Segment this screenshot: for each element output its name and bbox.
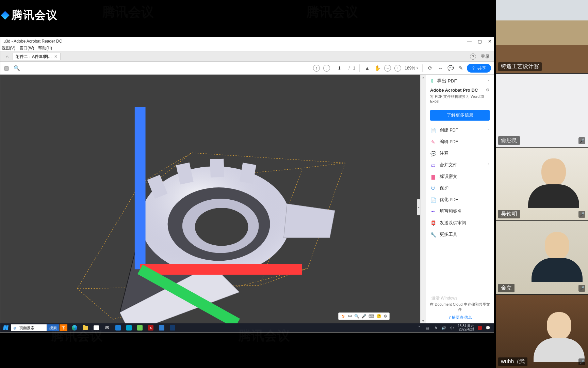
taskbar-explorer-icon[interactable]	[82, 324, 89, 332]
tool-item[interactable]: ✎编辑 PDF	[426, 136, 494, 148]
learn-more-link[interactable]: 了解更多信息	[429, 315, 490, 320]
close-tab-button[interactable]: ✕	[54, 54, 58, 59]
panel-collapse-handle[interactable]: ▸	[417, 199, 420, 215]
highlight-icon[interactable]: ✎	[457, 65, 464, 72]
zoom-out-button[interactable]: −	[384, 65, 391, 72]
promo-cta-button[interactable]: 了解更多信息	[430, 110, 490, 121]
ime-lang[interactable]: 中	[348, 313, 352, 319]
read-mode-icon[interactable]: 💬	[447, 65, 454, 72]
chevron-up-icon[interactable]: ˄	[488, 79, 490, 83]
3d-viewer-canvas[interactable]: S 中 🔍 🎤 ⌨ 🙂 ⚙	[0, 75, 420, 323]
system-tray[interactable]: ˄ ▤ ⋔ 🔊 中 13:34 周六 2022/4/23 💬	[417, 324, 492, 331]
taskbar-search-input[interactable]	[18, 326, 47, 330]
taskbar-search[interactable]: e	[11, 324, 47, 331]
taskbar-app-icon[interactable]	[136, 324, 144, 332]
home-tab-button[interactable]: ⌂	[4, 53, 11, 60]
pointer-tool-icon[interactable]: ▲	[364, 65, 371, 72]
tool-label: 发送以供审阅	[440, 220, 466, 226]
page-number-input[interactable]	[333, 66, 345, 71]
document-tab[interactable]: 附件二：A件3D图... ✕	[13, 53, 61, 60]
tray-ime-icon[interactable]: 中	[450, 325, 454, 330]
ime-search-icon[interactable]: 🔍	[354, 314, 359, 319]
ime-voice-icon[interactable]: 🎤	[361, 314, 366, 319]
taskbar-download-button[interactable]: 下	[60, 324, 67, 331]
tool-item[interactable]: ✒填写和签名	[426, 206, 494, 217]
tool-icon: 🛡	[430, 185, 436, 191]
tray-notifications-icon[interactable]: 💬	[486, 325, 490, 330]
export-pdf-label[interactable]: 导出 PDF	[437, 78, 457, 84]
document-tabstrip: ⌂ 附件二：A件3D图... ✕ ? 登录	[0, 51, 494, 62]
search-icon[interactable]: 🔍	[13, 65, 20, 72]
mic-on-icon[interactable]: 🎤	[578, 358, 585, 365]
ime-keyboard-icon[interactable]: ⌨	[369, 314, 374, 319]
taskbar-search-button[interactable]: 搜索	[47, 324, 59, 331]
participant-tile[interactable]: wubh（武 🎤	[496, 295, 588, 368]
page-up-button[interactable]: ↑	[313, 65, 320, 72]
taskbar-app-icon[interactable]	[125, 324, 133, 332]
taskbar-mail-icon[interactable]: ✉	[103, 324, 111, 332]
fit-width-icon[interactable]: ↔	[437, 65, 444, 72]
login-button[interactable]: 登录	[481, 53, 490, 60]
rotate-view-icon[interactable]: ⟳	[427, 65, 434, 72]
window-close-button[interactable]: ✕	[488, 39, 492, 44]
mic-muted-icon[interactable]: 🎤	[578, 285, 585, 292]
menubar[interactable]: 视图(V) 窗口(W) 帮助(H)	[0, 45, 494, 51]
tool-item[interactable]: 📮发送以供审阅	[426, 217, 494, 229]
mic-muted-icon[interactable]: 🎤	[578, 211, 585, 218]
share-icon: ⇪	[472, 65, 475, 71]
scroll-down-icon[interactable]: ▾	[422, 319, 424, 323]
zoom-dropdown[interactable]: 169% ▾	[405, 66, 418, 71]
participant-tile[interactable]: 金立 🎤	[496, 221, 588, 295]
taskbar-app-icon[interactable]	[114, 324, 122, 332]
hand-tool-icon[interactable]: ✋	[374, 65, 381, 72]
ime-toolbar[interactable]: S 中 🔍 🎤 ⌨ 🙂 ⚙	[338, 312, 390, 320]
tool-item[interactable]: 📄创建 PDF˅	[426, 124, 494, 136]
window-maximize-button[interactable]: ▢	[478, 39, 482, 44]
promo-desc: 将 PDF 文件联机转换为 Word 或 Excel	[430, 94, 490, 104]
participant-tile[interactable]: 俞彤良 🎤	[496, 74, 588, 147]
participant-tile[interactable]: 铸造工艺设计赛	[496, 0, 588, 74]
gear-icon[interactable]: ⚙	[486, 88, 490, 92]
tray-chevron-icon[interactable]: ˄	[417, 325, 422, 330]
ime-settings-icon[interactable]: ⚙	[383, 314, 387, 319]
viewer-scrollbar[interactable]: ▴ ▾	[420, 75, 426, 323]
scroll-up-icon[interactable]: ▴	[422, 75, 424, 79]
taskbar-edge-icon[interactable]	[71, 324, 78, 332]
tray-volume-icon[interactable]: 🔊	[441, 325, 446, 330]
tool-label: 创建 PDF	[440, 127, 458, 133]
tray-network-icon[interactable]: ▤	[425, 325, 430, 330]
tool-item[interactable]: 🛡保护	[426, 183, 494, 194]
zoom-in-button[interactable]: +	[394, 65, 401, 72]
tool-item[interactable]: 📄优化 PDF	[426, 194, 494, 206]
tool-icon: 📮	[430, 220, 436, 226]
windows-taskbar[interactable]: e 搜索 下 ✉ A ˄ ▤ ⋔ 🔊 中	[0, 323, 494, 332]
share-button[interactable]: ⇪ 共享	[467, 64, 491, 73]
tool-icon: ✎	[430, 139, 436, 145]
sidebar-toggle-icon[interactable]: ▤	[3, 65, 10, 72]
taskbar-app-icon[interactable]	[169, 324, 176, 332]
taskbar-photos-icon[interactable]	[158, 324, 165, 332]
window-minimize-button[interactable]: —	[467, 39, 472, 44]
menu-view[interactable]: 视图(V)	[2, 45, 15, 51]
participant-tile[interactable]: 吴铁明 🎤	[496, 148, 588, 221]
mic-muted-icon[interactable]: 🎤	[578, 137, 585, 144]
chevron-down-icon: ˅	[488, 163, 490, 167]
tool-item[interactable]: 🔧更多工具	[426, 229, 494, 241]
tray-wifi-icon[interactable]: ⋔	[433, 325, 438, 330]
page-down-button[interactable]: ↓	[323, 65, 330, 72]
taskbar-acrobat-icon[interactable]: A	[147, 324, 154, 332]
export-pdf-icon: ⇩	[430, 78, 434, 84]
taskbar-store-icon[interactable]	[93, 324, 100, 332]
help-icon[interactable]: ?	[470, 53, 476, 60]
start-button[interactable]	[2, 324, 10, 331]
menu-help[interactable]: 帮助(H)	[38, 45, 52, 51]
window-titlebar[interactable]: .u3d - Adobe Acrobat Reader DC — ▢ ✕	[0, 37, 494, 45]
tool-item[interactable]: ▇标识密文	[426, 171, 494, 183]
tool-item[interactable]: 🗂合并文件˅	[426, 159, 494, 171]
taskbar-clock[interactable]: 13:34 周六 2022/4/23	[458, 324, 474, 331]
tencent-meeting-logo-icon	[1, 11, 9, 19]
ime-emoji-icon[interactable]: 🙂	[376, 314, 381, 319]
menu-window[interactable]: 窗口(W)	[19, 45, 34, 51]
tray-app-icon[interactable]	[477, 325, 482, 330]
tool-item[interactable]: 💬注释	[426, 148, 494, 159]
